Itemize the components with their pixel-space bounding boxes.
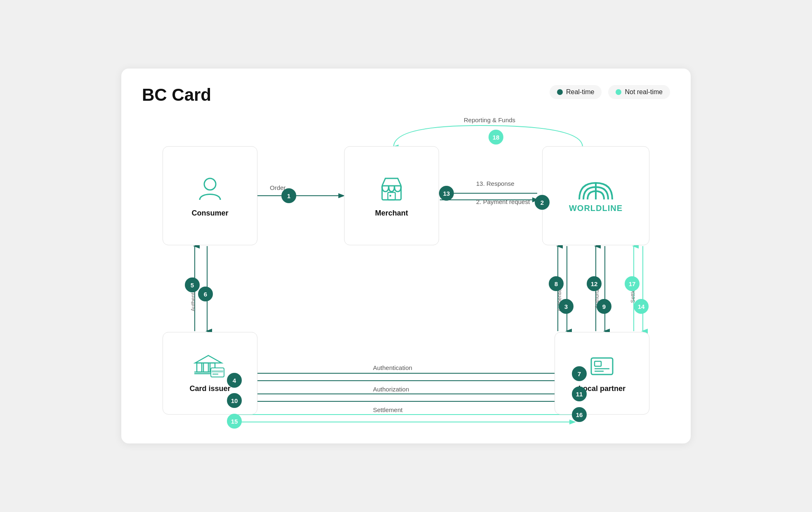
step-16: 16 bbox=[572, 407, 587, 422]
response13-label: 13. Response bbox=[476, 180, 515, 187]
main-card: BC Card Real-time Not real-time bbox=[121, 69, 691, 443]
diagram: Consumer Merchant bbox=[142, 113, 670, 427]
svg-point-17 bbox=[204, 178, 216, 190]
not-realtime-dot bbox=[616, 89, 621, 95]
consumer-box: Consumer bbox=[163, 146, 257, 245]
step-1: 1 bbox=[281, 188, 296, 203]
step-4: 4 bbox=[227, 373, 242, 388]
step-3: 3 bbox=[559, 299, 574, 314]
step-18: 18 bbox=[489, 130, 503, 145]
issuer-box: Card issuer bbox=[163, 332, 257, 415]
header: BC Card Real-time Not real-time bbox=[142, 85, 670, 105]
step-13: 13 bbox=[439, 186, 454, 201]
not-realtime-label: Not real-time bbox=[625, 88, 663, 96]
svg-rect-22 bbox=[197, 363, 202, 372]
step-15: 15 bbox=[227, 414, 242, 429]
step-5: 5 bbox=[185, 277, 200, 292]
page-title: BC Card bbox=[142, 85, 211, 105]
legend-realtime: Real-time bbox=[550, 85, 602, 99]
merchant-label: Merchant bbox=[375, 209, 408, 218]
step-12: 12 bbox=[587, 276, 602, 291]
realtime-label: Real-time bbox=[566, 88, 594, 96]
svg-rect-32 bbox=[595, 361, 601, 366]
partner-box: Local partner bbox=[555, 332, 649, 415]
step-14: 14 bbox=[634, 299, 649, 314]
step-6: 6 bbox=[198, 287, 213, 301]
step-7: 7 bbox=[572, 366, 587, 381]
payment-request-label: 2. Payment request bbox=[476, 198, 530, 205]
step-8: 8 bbox=[549, 276, 564, 291]
svg-rect-23 bbox=[203, 363, 208, 372]
legend-not-realtime: Not real-time bbox=[608, 85, 670, 99]
step-10: 10 bbox=[227, 393, 242, 408]
auth-horizontal2-label: Authorization bbox=[373, 386, 409, 393]
auth-horizontal-label: Authentication bbox=[373, 364, 412, 371]
merchant-icon bbox=[377, 174, 406, 205]
svg-rect-19 bbox=[388, 192, 395, 200]
consumer-icon bbox=[196, 174, 224, 205]
merchant-box: Merchant bbox=[344, 146, 439, 245]
worldline-label: WORLDLINE bbox=[569, 204, 623, 213]
svg-rect-20 bbox=[389, 195, 391, 197]
step-17: 17 bbox=[625, 276, 640, 291]
step-9: 9 bbox=[597, 299, 611, 314]
step-11: 11 bbox=[572, 386, 587, 401]
svg-rect-29 bbox=[212, 370, 223, 372]
partner-icon bbox=[585, 354, 618, 380]
step-2: 2 bbox=[535, 195, 550, 210]
worldline-logo: WORLDLINE bbox=[569, 179, 623, 213]
issuer-label: Card issuer bbox=[189, 384, 230, 393]
issuer-icon bbox=[194, 354, 227, 380]
realtime-dot bbox=[557, 89, 563, 95]
reporting-funds-label: Reporting & Funds bbox=[464, 116, 515, 123]
settlement-horizontal-label: Settlement bbox=[373, 406, 403, 413]
worldline-box: WORLDLINE bbox=[542, 146, 649, 245]
legend: Real-time Not real-time bbox=[550, 85, 670, 99]
consumer-label: Consumer bbox=[191, 209, 228, 218]
svg-marker-25 bbox=[195, 356, 222, 363]
